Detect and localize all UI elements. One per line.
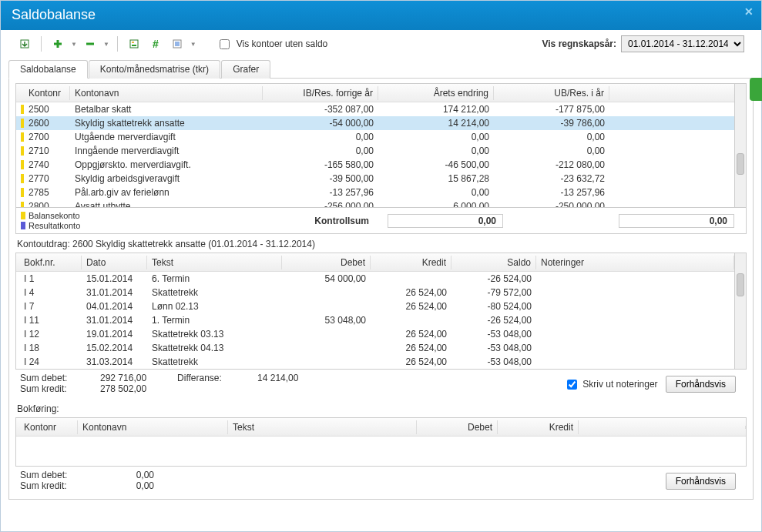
tab-saldobalanse[interactable]: Saldobalanse bbox=[8, 60, 88, 79]
grid-accounts-body: 2500Betalbar skatt-352 087,00174 212,00-… bbox=[16, 102, 746, 213]
grid-accounts: Kontonr Kontonavn IB/Res. forrige år Åre… bbox=[15, 83, 747, 234]
col-debet[interactable]: Debet bbox=[417, 420, 498, 434]
table-row[interactable]: 2770Skyldig arbeidsgiveravgift-39 500,00… bbox=[16, 172, 746, 186]
table-row[interactable]: I 1219.01.2014Skattetrekk 03.1326 524,00… bbox=[16, 327, 746, 341]
toolbar-separator bbox=[41, 36, 42, 52]
content-area: ▼ ▼ # ▼ Vis kontoer uten saldo Vis regns… bbox=[1, 30, 761, 507]
sum-debet-label: Sum debet: bbox=[20, 470, 82, 480]
table-row[interactable]: I 2431.03.2014Skattetrekk26 524,00-53 04… bbox=[16, 355, 746, 369]
balance-marker-icon bbox=[21, 119, 24, 128]
balance-marker-icon bbox=[21, 174, 24, 183]
grid-bokforing-header: Kontonr Kontonavn Tekst Debet Kredit bbox=[16, 418, 746, 437]
col-ub[interactable]: UB/Res. i år bbox=[494, 86, 609, 100]
side-collapse-tab[interactable] bbox=[750, 78, 762, 101]
col-kontonavn[interactable]: Kontonavn bbox=[78, 420, 228, 434]
col-tekst[interactable]: Tekst bbox=[228, 420, 417, 434]
balance-marker-icon bbox=[21, 105, 24, 114]
balance-marker-icon bbox=[21, 146, 24, 156]
sum-kredit-value: 278 502,00 bbox=[100, 383, 146, 394]
sum-debet-value: 0,00 bbox=[100, 470, 154, 480]
hash-icon[interactable]: # bbox=[147, 35, 164, 52]
toolbar-right: Vis regnskapsår: 01.01.2014 - 31.12.2014 bbox=[542, 35, 745, 52]
toolbar: ▼ ▼ # ▼ Vis kontoer uten saldo Vis regns… bbox=[8, 30, 754, 58]
bokforing-summary: Sum debet:0,00 Sum kredit:0,00 bbox=[15, 467, 747, 493]
year-label: Vis regnskapsår: bbox=[542, 38, 617, 49]
window-saldobalanse: Saldobalanse ✕ ▼ ▼ # ▼ bbox=[0, 0, 762, 532]
close-icon[interactable]: ✕ bbox=[744, 5, 754, 18]
kontrollsum-ub: 0,00 bbox=[619, 214, 734, 228]
grid-extract-header: Bokf.nr. Dato Tekst Debet Kredit Saldo N… bbox=[16, 253, 746, 272]
preview-button[interactable]: Forhåndsvis bbox=[666, 473, 736, 490]
table-row[interactable]: I 431.01.2014Skattetrekk26 524,00-79 572… bbox=[16, 286, 746, 299]
table-row[interactable]: 2600Skyldig skattetrekk ansatte-54 000,0… bbox=[16, 116, 746, 130]
table-row[interactable]: 2740Oppgjørskto. merverdiavgift.-165 580… bbox=[16, 158, 746, 172]
col-noteringer[interactable]: Noteringer bbox=[536, 256, 734, 269]
titlebar: Saldobalanse ✕ bbox=[1, 1, 761, 30]
svg-rect-3 bbox=[132, 45, 136, 46]
extract-title: Kontoutdrag: 2600 Skyldig skattetrekk an… bbox=[17, 239, 745, 249]
kontrollsum-ib: 0,00 bbox=[388, 214, 503, 228]
window-title: Saldobalanse bbox=[12, 7, 96, 22]
col-debet[interactable]: Debet bbox=[282, 256, 371, 269]
kontrollsum: Kontrollsum 0,00 0,00 bbox=[314, 214, 734, 228]
table-row[interactable]: 2700Utgående merverdiavgift0,000,000,00 bbox=[16, 130, 746, 144]
legend-balanse: Balansekonto bbox=[29, 211, 80, 220]
col-kredit[interactable]: Kredit bbox=[371, 256, 451, 269]
table-row[interactable]: 2500Betalbar skatt-352 087,00174 212,00-… bbox=[16, 102, 746, 116]
legend-resultat: Resultatkonto bbox=[29, 221, 80, 230]
sum-kredit-label: Sum kredit: bbox=[20, 383, 82, 394]
grid-accounts-header: Kontonr Kontonavn IB/Res. forrige år Åre… bbox=[16, 84, 746, 102]
diff-value: 14 214,00 bbox=[257, 373, 298, 383]
col-dato[interactable]: Dato bbox=[82, 256, 147, 269]
grid-extract: Bokf.nr. Dato Tekst Debet Kredit Saldo N… bbox=[15, 253, 747, 370]
properties-icon[interactable] bbox=[126, 35, 143, 52]
grid-extract-body: I 115.01.20146. Termin54 000,00-26 524,0… bbox=[16, 272, 746, 369]
scrollbar[interactable] bbox=[734, 253, 746, 369]
col-bokf[interactable]: Bokf.nr. bbox=[16, 256, 82, 269]
col-kontonavn[interactable]: Kontonavn bbox=[70, 86, 263, 100]
show-empty-label: Vis kontoer uten saldo bbox=[237, 38, 328, 49]
col-tekst[interactable]: Tekst bbox=[147, 256, 282, 269]
legend: Balansekonto Resultatkonto bbox=[16, 209, 85, 232]
add-icon[interactable] bbox=[49, 35, 66, 52]
tab-matrise[interactable]: Konto/månedsmatrise (tkr) bbox=[89, 60, 220, 79]
sum-debet-value: 292 716,00 bbox=[100, 373, 146, 383]
balance-marker-icon bbox=[21, 132, 24, 142]
print-notes-input[interactable] bbox=[567, 380, 577, 390]
table-row[interactable]: 2710Inngående merverdiavgift0,000,000,00 bbox=[16, 144, 746, 158]
print-notes-label: Skriv ut noteringer bbox=[582, 379, 657, 390]
sum-debet-label: Sum debet: bbox=[20, 373, 82, 383]
tab-grafer[interactable]: Grafer bbox=[221, 60, 270, 79]
svg-rect-1 bbox=[130, 40, 138, 48]
list-icon[interactable] bbox=[169, 35, 186, 52]
sum-kredit-label: Sum kredit: bbox=[20, 480, 82, 491]
table-row[interactable]: I 1815.02.2014Skattetrekk 04.1326 524,00… bbox=[16, 341, 746, 355]
tab-bar: Saldobalanse Konto/månedsmatrise (tkr) G… bbox=[8, 59, 754, 79]
show-empty-checkbox[interactable]: Vis kontoer uten saldo bbox=[217, 37, 328, 52]
table-row[interactable]: 2785Pål.arb.giv av ferielønn-13 257,960,… bbox=[16, 186, 746, 199]
col-ib[interactable]: IB/Res. forrige år bbox=[263, 86, 378, 100]
sum-kredit-value: 0,00 bbox=[100, 480, 154, 491]
add-dropdown-icon[interactable]: ▼ bbox=[71, 41, 77, 48]
table-row[interactable]: I 115.01.20146. Termin54 000,00-26 524,0… bbox=[16, 272, 746, 286]
list-dropdown-icon[interactable]: ▼ bbox=[190, 41, 196, 48]
export-icon[interactable] bbox=[16, 35, 33, 52]
show-empty-input[interactable] bbox=[220, 39, 230, 49]
preview-button[interactable]: Forhåndsvis bbox=[666, 376, 736, 393]
remove-dropdown-icon[interactable]: ▼ bbox=[103, 41, 109, 48]
balance-marker-icon bbox=[21, 160, 24, 169]
balance-marker-icon bbox=[21, 188, 24, 197]
col-kredit[interactable]: Kredit bbox=[498, 420, 579, 434]
table-row[interactable]: I 1131.01.20141. Termin53 048,00-26 524,… bbox=[16, 313, 746, 327]
table-row[interactable]: I 704.01.2014Lønn 02.1326 524,00-80 524,… bbox=[16, 299, 746, 313]
panel-saldobalanse: Kontonr Kontonavn IB/Res. forrige år Åre… bbox=[8, 79, 754, 500]
remove-icon[interactable] bbox=[82, 35, 99, 52]
col-endring[interactable]: Årets endring bbox=[378, 86, 494, 100]
print-notes-checkbox[interactable]: Skriv ut noteringer bbox=[564, 377, 657, 392]
col-kontonr[interactable]: Kontonr bbox=[16, 420, 78, 434]
diff-label: Differanse: bbox=[177, 373, 239, 383]
col-saldo[interactable]: Saldo bbox=[451, 256, 536, 269]
col-kontonr[interactable]: Kontonr bbox=[16, 86, 70, 100]
year-select[interactable]: 01.01.2014 - 31.12.2014 bbox=[621, 35, 744, 52]
toolbar-separator bbox=[117, 36, 118, 52]
